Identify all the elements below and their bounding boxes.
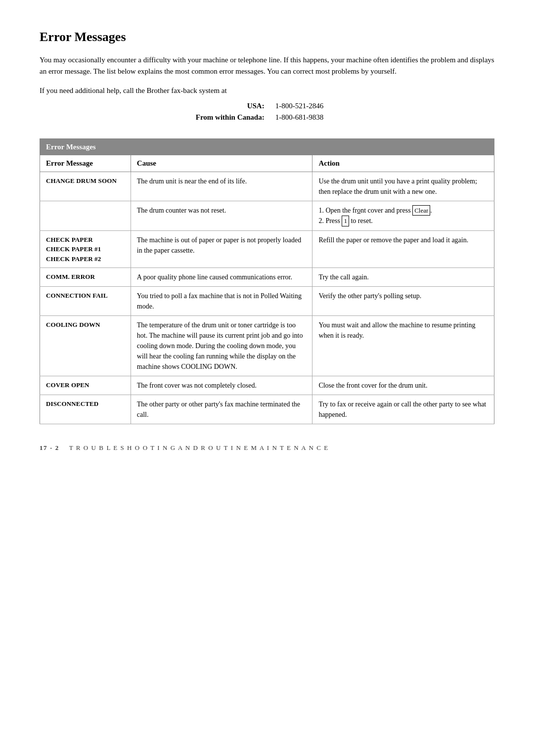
table-row: CONNECTION FAIL You tried to poll a fax … bbox=[40, 287, 494, 316]
intro-paragraph: You may occasionally encounter a difficu… bbox=[40, 54, 494, 78]
cause-cell: The drum counter was not reset. bbox=[131, 201, 312, 230]
contact-table: USA: 1-800-521-2846 From within Canada: … bbox=[195, 100, 339, 124]
table-section-header: Error Messages bbox=[40, 138, 494, 155]
action-cell: Close the front cover for the drum unit. bbox=[312, 376, 494, 395]
error-message-cell: COOLING DOWN bbox=[40, 316, 131, 376]
cause-cell: You tried to poll a fax machine that is … bbox=[131, 287, 312, 316]
error-messages-table: Error Messages Error Message Cause Actio… bbox=[40, 138, 494, 425]
table-row: CHANGE DRUM SOON The drum unit is near t… bbox=[40, 172, 494, 201]
error-message-cell: DISCONNECTED bbox=[40, 395, 131, 424]
page-title: Error Messages bbox=[40, 30, 494, 44]
column-headers-row: Error Message Cause Action bbox=[40, 155, 494, 172]
action-cell: Try to fax or receive again or call the … bbox=[312, 395, 494, 424]
page-footer: 17 - 2 T R O U B L E S H O O T I N G A N… bbox=[40, 444, 494, 452]
key-clear: Clear bbox=[412, 205, 430, 216]
table-row: COVER OPEN The front cover was not compl… bbox=[40, 376, 494, 395]
table-row: The drum counter was not reset. 1. Open … bbox=[40, 201, 494, 230]
footer-page-number: 17 - 2 bbox=[40, 444, 59, 452]
cause-cell: The front cover was not completely close… bbox=[131, 376, 312, 395]
canada-number: 1-800-681-9838 bbox=[275, 112, 339, 123]
cause-cell: The machine is out of paper or paper is … bbox=[131, 230, 312, 268]
action-cell: Refill the paper or remove the paper and… bbox=[312, 230, 494, 268]
action-cell: Verify the other party's polling setup. bbox=[312, 287, 494, 316]
help-text: If you need additional help, call the Br… bbox=[40, 87, 494, 95]
action-cell: Try the call again. bbox=[312, 268, 494, 287]
footer-chapter: T R O U B L E S H O O T I N G A N D R O … bbox=[69, 444, 329, 452]
cause-cell: The temperature of the drum unit or tone… bbox=[131, 316, 312, 376]
table-row: COOLING DOWN The temperature of the drum… bbox=[40, 316, 494, 376]
usa-number: 1-800-521-2846 bbox=[275, 101, 339, 111]
cause-cell: The drum unit is near the end of its lif… bbox=[131, 172, 312, 201]
error-message-cell: CHECK PAPERCHECK PAPER #1CHECK PAPER #2 bbox=[40, 230, 131, 268]
usa-label: USA: bbox=[196, 101, 274, 111]
error-message-cell bbox=[40, 201, 131, 230]
key-1: 1 bbox=[342, 216, 349, 226]
action-cell: Use the drum unit until you have a print… bbox=[312, 172, 494, 201]
canada-label: From within Canada: bbox=[196, 112, 274, 123]
error-message-cell: COMM. ERROR bbox=[40, 268, 131, 287]
error-message-cell: CONNECTION FAIL bbox=[40, 287, 131, 316]
action-cell: 1. Open the front cover and press Clear.… bbox=[312, 201, 494, 230]
table-header-label: Error Messages bbox=[40, 138, 494, 155]
table-row: COMM. ERROR A poor quality phone line ca… bbox=[40, 268, 494, 287]
action-cell: You must wait and allow the machine to r… bbox=[312, 316, 494, 376]
col-header-action: Action bbox=[312, 155, 494, 172]
error-message-cell: COVER OPEN bbox=[40, 376, 131, 395]
error-message-cell: CHANGE DRUM SOON bbox=[40, 172, 131, 201]
cause-cell: The other party or other party's fax mac… bbox=[131, 395, 312, 424]
col-header-error: Error Message bbox=[40, 155, 131, 172]
col-header-cause: Cause bbox=[131, 155, 312, 172]
table-row: CHECK PAPERCHECK PAPER #1CHECK PAPER #2 … bbox=[40, 230, 494, 268]
table-row: DISCONNECTED The other party or other pa… bbox=[40, 395, 494, 424]
cause-cell: A poor quality phone line caused communi… bbox=[131, 268, 312, 287]
